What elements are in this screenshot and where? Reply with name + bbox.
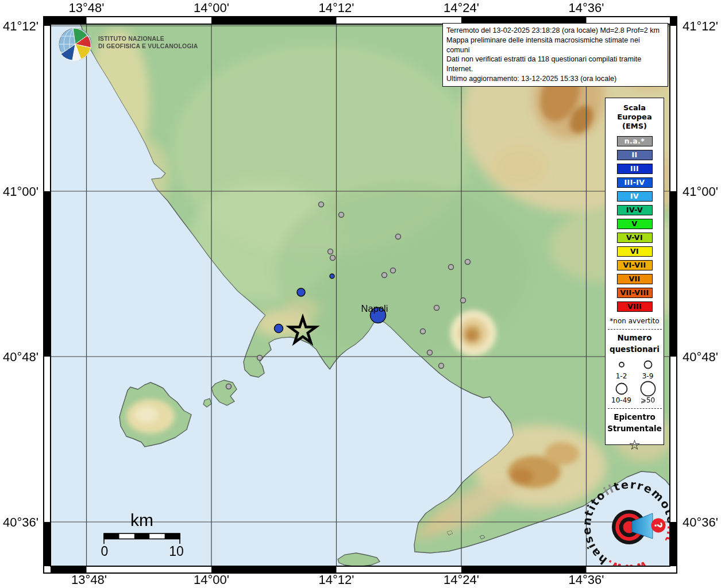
axis-labels-bottom: 13°48'14°00'14°12'14°24'14°36' [71,572,604,587]
na-point [339,212,344,218]
axis-label: 14°00' [194,1,229,15]
event-info-line: Dati non verificati estratti da 118 ques… [446,55,664,74]
na-point [382,273,387,278]
scalebar-end: 10 [169,544,184,559]
size-circle-icon [612,356,631,373]
legend-title-line: (EMS) [617,122,651,131]
size-label: 10-49 [611,396,631,404]
ems-class-IV: IV [617,191,653,202]
axis-label: 14°36' [569,572,604,587]
ems-class-VII: VII [617,274,653,284]
event-info-line: Terremoto del 13-02-2025 23:18:28 (ora l… [446,26,664,36]
ems-class-III: III [617,164,653,174]
legend-panel: Scala Europea (EMS) n.a.*IIIIIIII-IVIVIV… [605,98,664,445]
epicenter-title-line: Strumentale [607,423,662,434]
axis-label: 41°00' [3,184,38,199]
macroseismic-map-page: Napoli km 0 10 ? www.haisentitoilterremo… [0,0,721,588]
size-circle-icon [612,380,631,397]
na-point [449,265,454,270]
axis-labels-top: 13°48'14°00'14°12'14°24'14°36' [69,1,604,15]
ingv-logo-globe [59,28,91,60]
scalebar-unit: km [130,510,153,529]
na-point [465,260,471,265]
event-info-line: Mappa preliminare delle intensità macros… [446,36,664,55]
axis-label: 41°00' [683,184,718,199]
axis-label: 14°24' [444,1,479,15]
axis-label: 14°12' [319,572,354,587]
ems-scale-classes: n.a.*IIIIIIII-IVIVIV-VVV-VIVIVI-VIIVIIVI… [617,136,653,312]
axis-label: 40°48' [683,350,718,364]
ems-class-n.a.*: n.a.* [617,136,653,146]
intensity-point [275,324,283,333]
ingv-name-line2: DI GEOFISICA E VULCANOLOGIA [98,42,198,50]
na-point [328,249,333,254]
axis-labels-right: 41°12'41°00'40°48'40°36' [683,19,718,529]
questionnaire-size-item: 10-49 [608,380,635,404]
na-point [434,305,439,311]
na-point [396,234,401,239]
na-point [257,355,263,361]
ingv-logo-text: ISTITUTO NAZIONALE DI GEOFISICA E VULCAN… [98,35,198,49]
epicenter-title: Epicentro Strumentale [607,411,662,434]
size-circle-icon [638,356,658,373]
na-point [226,384,232,389]
epicenter-title-line: Epicentro [607,411,662,423]
epicenter-star-icon: ☆ [629,438,641,452]
axis-label: 14°24' [444,572,479,587]
na-point [461,298,466,303]
ems-class-V-VI: V-VI [617,233,653,243]
legend-title-line: Scala [617,103,651,113]
size-label: 3-9 [642,372,654,380]
axis-label: 14°12' [319,1,354,15]
axis-label: 41°12' [683,19,718,33]
questionnaire-title: Numero questionari [610,332,660,355]
axis-labels-left: 41°12'41°00'40°48'40°36' [3,19,38,529]
na-point [391,268,396,273]
ems-class-IV-V: IV-V [617,205,653,215]
axis-label: 40°36' [683,515,718,529]
axis-label: 41°12' [3,19,38,33]
scalebar-start: 0 [101,544,109,559]
legend-footnote: *non avvertito [610,317,659,325]
size-label: ⩾50 [641,396,655,404]
axis-label: 14°00' [194,572,229,587]
axis-label: 13°48' [71,572,107,587]
legend-title: Scala Europea (EMS) [617,103,651,131]
ems-class-II: II [617,150,653,160]
axis-label: 40°48' [3,350,38,364]
questionnaire-title-line: Numero [610,332,660,343]
ems-class-VI: VI [617,246,653,257]
questionnaire-title-line: questionari [610,343,660,355]
na-point [319,202,324,207]
event-info-box: Terremoto del 13-02-2025 23:18:28 (ora l… [442,23,668,87]
ems-class-VIII: VIII [617,301,653,312]
map-area: Napoli km 0 10 ? www.haisentitoilterremo… [51,17,687,575]
ems-class-VI-VII: VI-VII [617,260,653,270]
axis-label: 40°36' [3,515,38,529]
legend-title-line: Europea [617,113,651,122]
legend-divider [608,329,662,330]
event-info-line: Ultimo aggiornamento: 13-12-2025 15:33 (… [446,74,664,84]
legend-divider [608,408,662,409]
ingv-name-line1: ISTITUTO NAZIONALE [98,35,198,42]
intensity-point [297,288,305,296]
questionnaire-size-item: 3-9 [635,356,661,380]
na-point [330,256,336,261]
questionnaire-size-key: 1-23-910-49⩾50 [608,356,661,404]
questionnaire-size-item: ⩾50 [635,380,661,404]
questionnaire-size-item: 1-2 [608,356,635,380]
ems-class-III-IV: III-IV [617,177,653,188]
intensity-point [330,274,334,278]
ems-class-VII-VIII: VII-VIII [617,288,653,298]
axis-label: 14°36' [569,1,604,15]
size-circle-icon [638,380,658,397]
city-label-napoli: Napoli [361,303,388,314]
na-point [421,329,426,334]
na-point [427,350,433,355]
ems-class-V: V [617,219,653,229]
na-point [439,363,444,369]
size-label: 1-2 [616,372,627,380]
axis-label: 13°48' [69,1,105,15]
